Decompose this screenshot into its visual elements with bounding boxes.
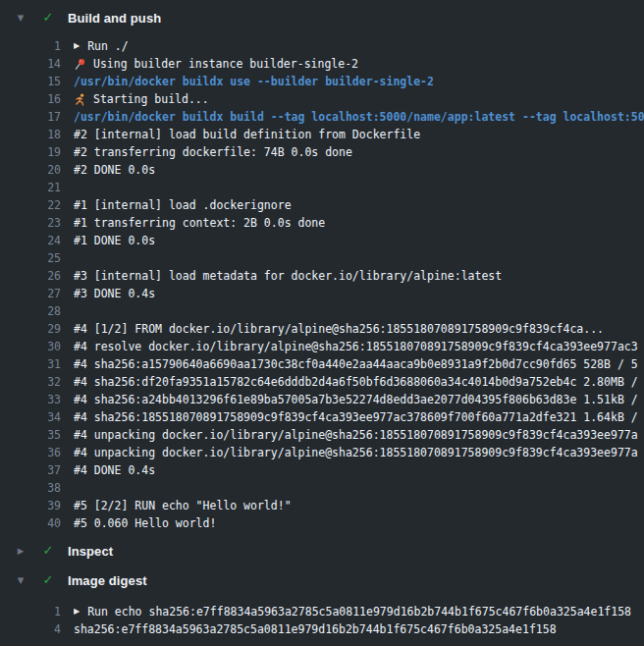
- log-line-text: Run ./: [87, 37, 129, 55]
- log-line-text: #5 0.060 Hello world!: [74, 514, 216, 532]
- log-line: 20#2 DONE 0.0s: [0, 161, 644, 179]
- log-line-text: #3 DONE 0.4s: [74, 285, 155, 302]
- log-line-content: #4 unpacking docker.io/library/alpine@sh…: [74, 426, 638, 444]
- line-number[interactable]: 18: [0, 126, 61, 143]
- log-line-text: #4 sha256:df20fa9351a15782c64e6dddb2d4a6…: [74, 373, 638, 391]
- log-line-text: #2 [internal] load build definition from…: [74, 126, 420, 143]
- log-line-text: #4 resolve docker.io/library/alpine@sha2…: [74, 338, 638, 355]
- chevron-down-icon[interactable]: ▼: [14, 569, 27, 591]
- log-line-content: #5 [2/2] RUN echo "Hello world!": [74, 497, 292, 514]
- line-number[interactable]: 40: [0, 514, 61, 532]
- log-line-text: /usr/bin/docker buildx build --tag local…: [74, 108, 644, 126]
- chevron-right-icon[interactable]: ▶: [14, 540, 27, 562]
- section-header-build-and-push[interactable]: ▼✓Build and push: [0, 7, 644, 28]
- line-number[interactable]: 24: [0, 232, 61, 249]
- log-line-content: /usr/bin/docker buildx use --builder bui…: [74, 73, 434, 90]
- line-number[interactable]: 28: [0, 302, 61, 320]
- check-icon: ✓: [40, 7, 56, 28]
- toggle-arrow-icon[interactable]: ▶: [74, 37, 80, 55]
- line-number[interactable]: 29: [0, 320, 61, 338]
- log-line-content: #1 DONE 0.0s: [74, 232, 155, 249]
- log-line-text: #2 transferring dockerfile: 74B 0.0s don…: [74, 143, 352, 161]
- line-number[interactable]: 1: [0, 603, 61, 620]
- log-line: 1▶Run ./: [0, 37, 644, 55]
- log-line-content: sha256:e7ff8834a5963a2785c5a0811e979d16b…: [74, 620, 557, 638]
- log-line: 38: [0, 479, 644, 497]
- line-number[interactable]: 20: [0, 161, 61, 179]
- log-line-content: #4 sha256:a24bb4013296f61e89ba57005a7b3e…: [74, 391, 638, 408]
- log-line: 40#5 0.060 Hello world!: [0, 514, 644, 532]
- log-line: 4sha256:e7ff8834a5963a2785c5a0811e979d16…: [0, 620, 644, 638]
- log-line-content: #2 DONE 0.0s: [74, 161, 155, 179]
- line-number[interactable]: 4: [0, 620, 61, 638]
- log-line-content: ▶Run echo sha256:e7ff8834a5963a2785c5a08…: [74, 603, 631, 620]
- line-number[interactable]: 34: [0, 408, 61, 426]
- log-line: 39#5 [2/2] RUN echo "Hello world!": [0, 497, 644, 514]
- log-line: 30#4 resolve docker.io/library/alpine@sh…: [0, 338, 644, 355]
- log-line-text: Run echo sha256:e7ff8834a5963a2785c5a081…: [87, 603, 631, 620]
- log-line-text: #3 [internal] load metadata for docker.i…: [74, 267, 502, 285]
- line-number[interactable]: 35: [0, 426, 61, 444]
- log-line-content: #4 sha256:185518070891758909c9f839cf4ca3…: [74, 408, 638, 426]
- log-line: 34#4 sha256:185518070891758909c9f839cf4c…: [0, 408, 644, 426]
- line-number[interactable]: 1: [0, 37, 61, 55]
- line-number[interactable]: 14: [0, 55, 61, 73]
- line-number[interactable]: 19: [0, 143, 61, 161]
- log-line-text: #1 [internal] load .dockerignore: [74, 196, 292, 214]
- log-line: 28: [0, 302, 644, 320]
- log-line-content: #1 [internal] load .dockerignore: [74, 196, 292, 214]
- log-line-content: ▶Run ./: [74, 37, 129, 55]
- log-section-inspect: ▶✓Inspect: [0, 540, 644, 562]
- log-line-content: #4 [1/2] FROM docker.io/library/alpine@s…: [74, 320, 604, 338]
- line-number[interactable]: 33: [0, 391, 61, 408]
- log-line: 14Using builder instance builder-single-…: [0, 55, 644, 73]
- line-number[interactable]: 21: [0, 179, 61, 196]
- log-line: 23#1 transferring context: 2B 0.0s done: [0, 214, 644, 232]
- log-line-text: Using builder instance builder-single-2: [93, 55, 358, 73]
- log-line-text: #4 unpacking docker.io/library/alpine@sh…: [74, 444, 638, 461]
- line-number[interactable]: 25: [0, 249, 61, 267]
- log-section-image-digest: ▼✓Image digest1▶Run echo sha256:e7ff8834…: [0, 569, 644, 638]
- line-number[interactable]: 17: [0, 108, 61, 126]
- log-line-text: #4 unpacking docker.io/library/alpine@sh…: [74, 426, 638, 444]
- runner-icon: [74, 93, 86, 106]
- log-line-content: #1 transferring context: 2B 0.0s done: [74, 214, 325, 232]
- line-number[interactable]: 39: [0, 497, 61, 514]
- log-line-text: #2 DONE 0.0s: [74, 161, 155, 179]
- log-line-content: #4 unpacking docker.io/library/alpine@sh…: [74, 444, 638, 461]
- log-line-content: /usr/bin/docker buildx build --tag local…: [74, 108, 644, 126]
- log-line-content: #3 DONE 0.4s: [74, 285, 155, 302]
- check-icon: ✓: [40, 569, 56, 591]
- log-line: 33#4 sha256:a24bb4013296f61e89ba57005a7b…: [0, 391, 644, 408]
- line-number[interactable]: 31: [0, 355, 61, 373]
- log-line: 35#4 unpacking docker.io/library/alpine@…: [0, 426, 644, 444]
- log-line-content: #2 transferring dockerfile: 74B 0.0s don…: [74, 143, 352, 161]
- log-line-content: #5 0.060 Hello world!: [74, 514, 216, 532]
- chevron-down-icon[interactable]: ▼: [14, 7, 27, 28]
- log-line-text: Starting build...: [93, 90, 209, 108]
- line-number[interactable]: 16: [0, 90, 61, 108]
- line-number[interactable]: 30: [0, 338, 61, 355]
- log-line: 17/usr/bin/docker buildx build --tag loc…: [0, 108, 644, 126]
- line-number[interactable]: 15: [0, 73, 61, 90]
- line-number[interactable]: 26: [0, 267, 61, 285]
- toggle-arrow-icon[interactable]: ▶: [74, 603, 80, 620]
- log-line: 32#4 sha256:df20fa9351a15782c64e6dddb2d4…: [0, 373, 644, 391]
- log-line-content: Using builder instance builder-single-2: [74, 55, 358, 73]
- log-line: 22#1 [internal] load .dockerignore: [0, 196, 644, 214]
- section-title: Image digest: [68, 573, 147, 588]
- log-line: 36#4 unpacking docker.io/library/alpine@…: [0, 444, 644, 461]
- line-number[interactable]: 22: [0, 196, 61, 214]
- line-number[interactable]: 23: [0, 214, 61, 232]
- section-header-inspect[interactable]: ▶✓Inspect: [0, 540, 644, 562]
- line-number[interactable]: 37: [0, 461, 61, 479]
- log-line-text: #1 DONE 0.0s: [74, 232, 155, 249]
- line-number[interactable]: 36: [0, 444, 61, 461]
- section-header-image-digest[interactable]: ▼✓Image digest: [0, 569, 644, 591]
- log-line: 24#1 DONE 0.0s: [0, 232, 644, 249]
- log-line-content: #4 sha256:df20fa9351a15782c64e6dddb2d4a6…: [74, 373, 638, 391]
- line-number[interactable]: 38: [0, 479, 61, 497]
- line-number[interactable]: 32: [0, 373, 61, 391]
- line-number[interactable]: 27: [0, 285, 61, 302]
- log-lines: 1▶Run ./14Using builder instance builder…: [0, 37, 644, 532]
